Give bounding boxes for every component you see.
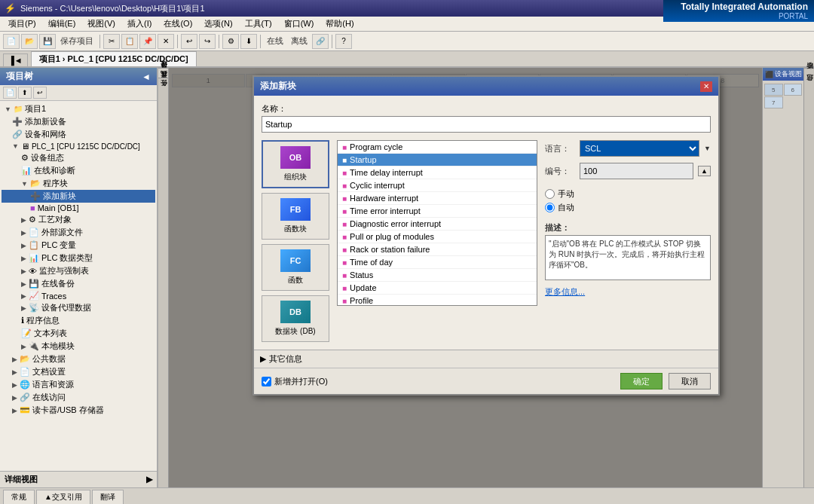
cancel-button[interactable]: 取消 xyxy=(669,373,711,389)
tree-item-common[interactable]: ▶ 📂 公共数据 xyxy=(2,353,155,365)
tree-item-backup[interactable]: ▶ 💾 在线备份 xyxy=(2,277,155,290)
block-item-rack-fail[interactable]: ■ Rack or station failure xyxy=(338,243,537,256)
tree-back-btn[interactable]: ↩ xyxy=(33,87,47,99)
detail-view-header[interactable]: 详细视图 ▶ xyxy=(0,471,157,487)
tree-item-program[interactable]: ▼ 📂 程序块 xyxy=(2,177,155,190)
tree-open-btn[interactable]: ⬆ xyxy=(18,87,32,99)
more-info-link[interactable]: 更多信息... xyxy=(545,287,585,296)
hw-config-label: 设备组态 xyxy=(31,152,64,163)
tree-item-lang[interactable]: ▶ 🌐 语言和资源 xyxy=(2,378,155,391)
tree-item-proxy[interactable]: ▶ 📡 设备代理数据 xyxy=(2,301,155,314)
paste-btn[interactable]: 📌 xyxy=(139,34,156,49)
delete-btn[interactable]: ✕ xyxy=(158,34,174,49)
block-type-fc[interactable]: FC 函数 xyxy=(262,244,329,291)
block-item-profile[interactable]: ■ Profile xyxy=(338,295,537,306)
block-item-hw-int[interactable]: ■ Hardware interrupt xyxy=(338,192,537,205)
hw-config-icon: ⚙ xyxy=(21,153,29,163)
tree-item-add-block[interactable]: ➕ 添加新块 xyxy=(2,190,155,203)
side-tab-hardware[interactable]: 硬件目录 xyxy=(158,68,168,78)
tree-item-local-mod[interactable]: ▶ 🔌 本地模块 xyxy=(2,340,155,353)
tree-item-text-list[interactable]: 📝 文本列表 xyxy=(2,327,155,340)
offline-label[interactable]: 离线 xyxy=(288,35,311,47)
tree-item-root[interactable]: ▼ 📁 项目1 xyxy=(2,102,155,115)
block-type-ob[interactable]: OB 组织块 xyxy=(262,140,329,188)
save-label[interactable]: 保存项目 xyxy=(57,35,96,47)
number-spin-up[interactable]: ▲ xyxy=(698,166,711,176)
tree-item-online-diag[interactable]: 📊 在线和诊断 xyxy=(2,164,155,177)
block-item-time-error[interactable]: ■ Time error interrupt xyxy=(338,205,537,218)
tree-item-plc1[interactable]: ▼ 🖥 PLC_1 [CPU 1215C DC/DC/DC] xyxy=(2,141,155,151)
go-online-btn[interactable]: 🔗 xyxy=(312,34,329,49)
radio-manual-input[interactable] xyxy=(545,189,555,199)
download-btn[interactable]: ⬇ xyxy=(240,34,257,49)
side-tab-online[interactable]: 在线工具 xyxy=(158,78,168,87)
block-item-time-of-day[interactable]: ■ Time of day xyxy=(338,256,537,269)
tree-item-online-access[interactable]: ▶ 🔗 在线访问 xyxy=(2,391,155,404)
other-info-section[interactable]: ▶ 其它信息 xyxy=(254,350,718,368)
bottom-tab-crossref[interactable]: ▲交叉引用 xyxy=(36,490,90,504)
tree-item-doc-set[interactable]: ▶ 📄 文档设置 xyxy=(2,365,155,378)
tree-item-traces[interactable]: ▶ 📈 Traces xyxy=(2,290,155,301)
bottom-tab-normal[interactable]: 常规 xyxy=(3,490,35,504)
undo-btn[interactable]: ↩ xyxy=(181,34,197,49)
block-item-prog-cycle[interactable]: ■ Program cycle xyxy=(338,141,537,154)
tree-toggle-btn[interactable]: ▐◄ xyxy=(3,53,28,66)
tree-item-tech[interactable]: ▶ ⚙ 工艺对象 xyxy=(2,213,155,226)
block-item-time-delay[interactable]: ■ Time delay interrupt xyxy=(338,166,537,179)
menu-online[interactable]: 在线(O) xyxy=(158,17,197,31)
bottom-tab-translate[interactable]: 翻译 xyxy=(92,490,124,504)
new-btn[interactable]: 📄 xyxy=(3,34,20,49)
detail-view-expand[interactable]: ▶ xyxy=(146,475,152,484)
tab-plc1[interactable]: 项目1 › PLC_1 [CPU 1215C DC/DC/DC] xyxy=(31,51,197,66)
help-btn[interactable]: ? xyxy=(335,34,352,49)
menu-tools[interactable]: 工具(T) xyxy=(240,17,277,31)
tree-item-plc-var[interactable]: ▶ 📋 PLC 变量 xyxy=(2,239,155,252)
radio-auto-input[interactable] xyxy=(545,203,555,212)
tree-item-plc-data[interactable]: ▶ 📊 PLC 数据类型 xyxy=(2,252,155,264)
menu-edit[interactable]: 编辑(E) xyxy=(43,17,81,31)
block-item-cyclic[interactable]: ■ Cyclic interrupt xyxy=(338,179,537,192)
block-item-update[interactable]: ■ Update xyxy=(338,282,537,295)
tree-item-add-device[interactable]: ➕ 添加新设备 xyxy=(2,115,155,128)
block-item-pull-plug[interactable]: ■ Pull or plug of modules xyxy=(338,231,537,243)
cut-btn[interactable]: ✂ xyxy=(103,34,120,49)
block-item-startup[interactable]: ■ Startup xyxy=(338,154,537,166)
hw-view-header[interactable]: ⬛ 设备视图 xyxy=(763,68,803,81)
language-select[interactable]: SCL LAD FBD STL GRAPH xyxy=(580,140,699,157)
tree-item-monitor[interactable]: ▶ 👁 监控与强制表 xyxy=(2,264,155,277)
name-input[interactable] xyxy=(262,116,711,133)
block-item-diag-error[interactable]: ■ Diagnostic error interrupt xyxy=(338,218,537,231)
tree-collapse-btn[interactable]: ◄ xyxy=(142,72,151,82)
save-btn[interactable]: 💾 xyxy=(39,34,56,49)
tree-item-main[interactable]: ■ Main [OB1] xyxy=(2,203,155,213)
menu-view[interactable]: 视图(V) xyxy=(82,17,121,31)
ok-button[interactable]: 确定 xyxy=(620,373,663,389)
right-side-tab-1[interactable]: 诊断 xyxy=(804,68,814,81)
tree-new-btn[interactable]: 📄 xyxy=(3,87,17,99)
menu-insert[interactable]: 插入(I) xyxy=(122,17,157,31)
menu-window[interactable]: 窗口(W) xyxy=(279,17,320,31)
block-type-db[interactable]: DB 数据块 (DB) xyxy=(262,295,329,342)
radio-manual[interactable]: 手动 xyxy=(545,188,711,200)
compile-btn[interactable]: ⚙ xyxy=(222,34,239,49)
number-input[interactable] xyxy=(580,163,693,179)
menu-project[interactable]: 项目(P) xyxy=(3,17,41,31)
menu-options[interactable]: 选项(N) xyxy=(199,17,237,31)
tree-item-network[interactable]: 🔗 设备和网络 xyxy=(2,128,155,141)
online-label[interactable]: 在线 xyxy=(264,35,286,47)
open-checkbox[interactable] xyxy=(262,377,271,386)
tree-item-card-reader[interactable]: ▶ 💳 读卡器/USB 存储器 xyxy=(2,404,155,417)
open-btn[interactable]: 📂 xyxy=(21,34,38,49)
block-type-fb[interactable]: FB 函数块 xyxy=(262,193,329,240)
right-side-tab-2[interactable]: 信息 xyxy=(804,81,814,93)
redo-btn[interactable]: ↪ xyxy=(199,34,216,49)
copy-btn[interactable]: 📋 xyxy=(121,34,138,49)
tree-item-ext-src[interactable]: ▶ 📄 外部源文件 xyxy=(2,226,155,239)
menu-help[interactable]: 帮助(H) xyxy=(320,17,359,31)
block-item-status[interactable]: ■ Status xyxy=(338,269,537,282)
tree-item-hw-config[interactable]: ⚙ 设备组态 xyxy=(2,151,155,164)
side-tab-tasks[interactable]: 任务 xyxy=(158,87,168,96)
radio-auto[interactable]: 自动 xyxy=(545,202,711,213)
tree-item-prog-info[interactable]: ℹ 程序信息 xyxy=(2,314,155,327)
dialog-close-btn[interactable]: ✕ xyxy=(700,81,712,92)
